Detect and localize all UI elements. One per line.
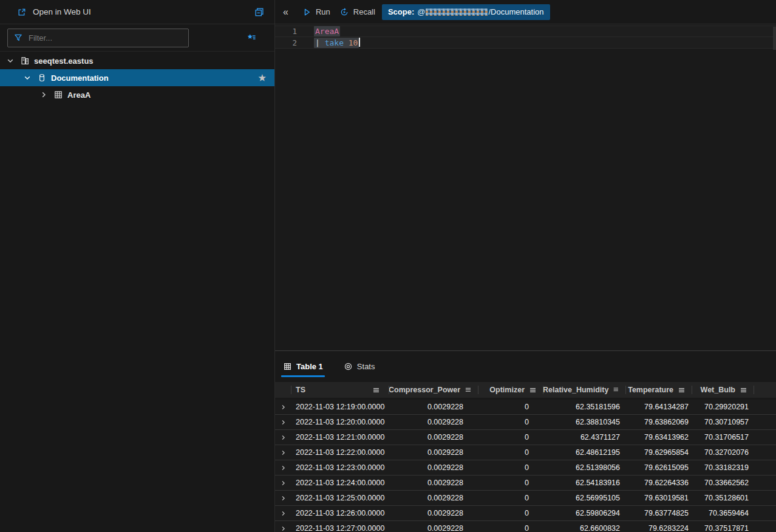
filter-input-box[interactable] — [7, 29, 189, 47]
code-line-2[interactable]: 2 | take 10 — [275, 37, 776, 49]
cell: 2022-11-03 12:25:00.0000 — [291, 494, 389, 502]
table-row[interactable]: 2022-11-03 12:26:00.00000.0029228062.598… — [275, 506, 776, 521]
chevron-down-icon[interactable] — [5, 56, 15, 66]
connections-sidebar: Open in Web UI — [0, 0, 274, 532]
tab-table-1[interactable]: Table 1 — [281, 351, 325, 382]
cell: 62.48612195 — [543, 448, 625, 457]
cell: 70.31706517 — [692, 433, 754, 442]
recall-label: Recall — [353, 7, 375, 16]
collapse-panel-button[interactable]: « — [283, 7, 288, 17]
row-expander-icon[interactable] — [275, 418, 291, 426]
run-label: Run — [316, 7, 330, 16]
column-menu-icon[interactable] — [372, 386, 380, 394]
table-row[interactable]: 2022-11-03 12:23:00.00000.0029228062.513… — [275, 460, 776, 476]
results-panel: Table 1 Stats TS Compressor_Power — [275, 350, 776, 532]
chevron-down-icon[interactable] — [22, 73, 32, 83]
column-menu-icon[interactable] — [613, 386, 619, 394]
cell: 70.3659464 — [692, 509, 754, 517]
column-header-temperature[interactable]: Temperature — [625, 382, 692, 398]
column-menu-icon[interactable] — [678, 386, 686, 394]
tree-item-cluster[interactable]: seeqtest.eastus — [0, 52, 274, 69]
column-menu-icon[interactable] — [529, 386, 537, 394]
cell: 62.4371127 — [543, 433, 625, 442]
column-header-optimizer[interactable]: Optimizer — [478, 382, 543, 398]
cell: 70.32702076 — [692, 448, 754, 457]
connection-tree: seeqtest.eastus Documentation ★ — [0, 52, 274, 103]
cell: 79.62615095 — [625, 463, 692, 472]
row-expander-icon[interactable] — [275, 449, 291, 457]
tree-item-database-selected[interactable]: Documentation ★ — [0, 69, 274, 86]
tab-stats[interactable]: Stats — [342, 351, 377, 382]
table-header-row: TS Compressor_Power Optimizer Relative_H… — [275, 382, 776, 398]
cell: 2022-11-03 12:24:00.0000 — [291, 479, 389, 487]
line-number: 2 — [275, 38, 297, 47]
code-line-1[interactable]: 1 AreaA — [275, 26, 776, 37]
cell: 79.62264336 — [625, 479, 692, 487]
collapse-all-icon[interactable] — [254, 7, 265, 18]
row-expander-icon[interactable] — [275, 494, 291, 502]
table-row[interactable]: 2022-11-03 12:25:00.00000.0029228062.569… — [275, 491, 776, 506]
recall-button[interactable]: Recall — [339, 7, 375, 17]
table-row[interactable]: 2022-11-03 12:27:00.00000.0029228062.660… — [275, 521, 776, 532]
results-tabs: Table 1 Stats — [275, 351, 776, 382]
row-expander-icon[interactable] — [275, 464, 291, 472]
query-panel: « Run Recall Scope: @ /Documentation — [274, 0, 776, 532]
cell: 0 — [478, 448, 543, 457]
cell: 2022-11-03 12:22:00.0000 — [291, 448, 389, 457]
overview-ruler-mark — [773, 27, 776, 50]
row-expander-icon[interactable] — [275, 434, 291, 442]
cell: 0.0029228 — [389, 448, 478, 457]
table-row[interactable]: 2022-11-03 12:19:00.00000.0029228062.351… — [275, 400, 776, 415]
row-expander-icon[interactable] — [275, 510, 291, 517]
table-row[interactable]: 2022-11-03 12:20:00.00000.0029228062.388… — [275, 415, 776, 430]
run-button[interactable]: Run — [302, 7, 330, 17]
favorites-list-icon[interactable] — [246, 32, 257, 43]
cell: 79.62965854 — [625, 448, 692, 457]
cell: 0 — [478, 403, 543, 411]
column-header-compressor-power[interactable]: Compressor_Power — [389, 382, 478, 398]
column-header-relative-humidity[interactable]: Relative_Humidity — [543, 382, 625, 398]
column-menu-icon[interactable] — [740, 386, 747, 394]
open-in-web-ui-button[interactable]: Open in Web UI — [33, 7, 91, 16]
cell: 62.56995105 — [543, 494, 625, 502]
token-keyword: take — [325, 38, 344, 47]
database-icon — [37, 73, 47, 83]
cell: 2022-11-03 12:23:00.0000 — [291, 463, 389, 472]
column-header-ts[interactable]: TS — [291, 382, 389, 398]
row-expander-icon[interactable] — [275, 403, 291, 411]
cell: 70.35128601 — [692, 494, 754, 502]
code-text: | take 10 — [314, 38, 360, 47]
sidebar-header: Open in Web UI — [0, 0, 274, 24]
cell: 70.37517871 — [692, 524, 754, 532]
open-external-icon[interactable] — [17, 7, 27, 17]
scope-chip[interactable]: Scope: @ /Documentation — [382, 4, 550, 20]
token-group: | take 10 — [314, 38, 359, 48]
row-expander-icon[interactable] — [275, 525, 291, 532]
cluster-label: seeqtest.eastus — [34, 56, 94, 66]
token-pipe: | — [315, 38, 325, 47]
favorite-star-icon[interactable]: ★ — [258, 73, 266, 82]
filter-input[interactable] — [29, 33, 183, 43]
recall-history-icon — [339, 7, 349, 17]
line-number: 1 — [275, 27, 297, 36]
filter-funnel-icon — [13, 33, 23, 43]
tab-label: Table 1 — [296, 362, 323, 371]
text-cursor — [359, 38, 360, 47]
table-row[interactable]: 2022-11-03 12:24:00.00000.0029228062.541… — [275, 476, 776, 491]
table-row[interactable]: 2022-11-03 12:21:00.00000.0029228062.437… — [275, 430, 776, 445]
token-number: 10 — [349, 38, 358, 47]
query-editor[interactable]: 1 AreaA 2 | take 10 — [275, 26, 776, 352]
table-row[interactable]: 2022-11-03 12:22:00.00000.0029228062.486… — [275, 445, 776, 460]
cluster-icon — [20, 56, 30, 66]
scope-prefix: Scope: — [388, 7, 414, 16]
token-table-name: AreaA — [314, 26, 340, 36]
cell: 79.63774825 — [625, 509, 692, 517]
chevron-right-icon[interactable] — [39, 90, 49, 100]
row-expander-icon[interactable] — [275, 479, 291, 487]
cell: 70.29920291 — [692, 403, 754, 411]
tree-item-table[interactable]: AreaA — [0, 86, 274, 103]
cell: 0 — [478, 479, 543, 487]
cell: 62.54183916 — [543, 479, 625, 487]
column-header-wet-bulb[interactable]: Wet_Bulb — [692, 382, 754, 398]
column-menu-icon[interactable] — [465, 386, 472, 394]
